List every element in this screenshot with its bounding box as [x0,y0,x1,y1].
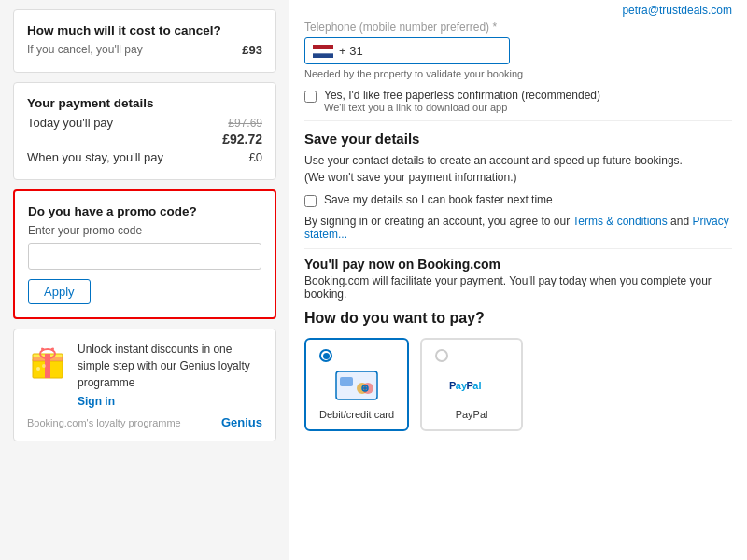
card-radio-inner [323,353,330,359]
paperless-sub: We'll text you a link to download our ap… [324,102,600,113]
today-pay-label: Today you'll pay [27,116,113,130]
payment-details-title: Your payment details [27,96,262,110]
stay-pay-label: When you stay, you'll pay [27,150,163,164]
telephone-note: Needed by the property to validate your … [304,68,732,79]
payment-option-card[interactable]: Debit/credit card [304,338,409,431]
save-details-title: Save your details [304,131,732,147]
pay-now-description: Booking.com will facilitate your payment… [304,274,732,301]
today-discounted-row: £92.72 [27,132,262,147]
terms-link[interactable]: Terms & conditions [572,215,667,228]
save-details-label: Save my details so I can book faster nex… [324,193,553,206]
promo-input-label: Enter your promo code [28,224,261,237]
genius-label: Genius [221,415,262,429]
telephone-value: + 31 [339,44,363,58]
user-email: petra@trustdeals.com [304,4,732,21]
apply-button[interactable]: Apply [28,279,91,304]
paypal-radio [435,349,448,362]
paperless-label: Yes, I'd like free paperless confirmatio… [324,89,600,102]
terms-prefix: By signing in or creating an account, yo… [304,215,570,228]
divider-1 [304,120,732,121]
signin-footer: Booking.com's loyalty programme Genius [27,415,262,429]
paypal-svg: P ay P al [449,376,494,395]
promo-title: Do you have a promo code? [28,204,261,218]
svg-text:al: al [472,380,481,391]
svg-point-5 [36,367,40,371]
how-pay-title: How do you want to pay? [304,310,732,327]
payment-option-paypal[interactable]: P ay P al PayPal [420,338,523,431]
card-option-label: Debit/credit card [319,409,394,420]
save-details-row: Save my details so I can book faster nex… [304,193,732,207]
gift-icon [27,341,68,382]
flag-nl-icon [313,45,333,58]
payment-options: Debit/credit card P ay P al PayPal [304,338,732,431]
save-details-description: Use your contact details to create an ac… [304,152,732,186]
cancel-cost-card: How much will it cost to cancel? If you … [13,9,276,73]
save-details-checkbox[interactable] [304,195,317,207]
promo-code-card: Do you have a promo code? Enter your pro… [13,189,276,319]
right-column: petra@trustdeals.com Telephone (mobile n… [289,0,747,560]
telephone-label: Telephone (mobile number preferred) * [304,21,732,34]
paypal-option-label: PayPal [456,409,488,420]
card-radio [319,349,332,362]
divider-2 [304,248,732,249]
card-icon [334,370,379,401]
paperless-checkbox[interactable] [304,91,317,103]
terms-line: By signing in or creating an account, yo… [304,215,732,241]
promo-input[interactable] [28,243,261,270]
signin-link[interactable]: Sign in [78,395,262,408]
svg-point-6 [42,364,46,368]
cancel-cost-row: If you cancel, you'll pay £93 [27,43,262,57]
stay-pay-row: When you stay, you'll pay £0 [27,150,262,164]
today-pay-row: Today you'll pay £97.69 [27,116,262,130]
signin-description: Unlock instant discounts in one simple s… [78,341,262,391]
svg-rect-9 [313,53,333,58]
svg-rect-7 [313,45,333,49]
debit-card-svg [334,370,379,401]
paypal-icon: P ay P al [449,370,494,401]
pay-now-title: You'll pay now on Booking.com [304,257,732,272]
left-column: How much will it cost to cancel? If you … [0,0,289,560]
page-layout: How much will it cost to cancel? If you … [0,0,747,560]
terms-and: and [670,215,692,228]
cancel-amount: £93 [242,43,262,57]
svg-rect-11 [340,377,353,386]
paperless-row: Yes, I'd like free paperless confirmatio… [304,89,732,113]
svg-rect-8 [313,49,333,53]
loyalty-programme-text: Booking.com's loyalty programme [27,417,181,428]
today-original-price: £97.69 [228,117,262,130]
signin-card: Unlock instant discounts in one simple s… [13,329,276,441]
today-discounted-price: £92.72 [222,132,262,147]
cancel-description: If you cancel, you'll pay [27,43,143,57]
signin-inner: Unlock instant discounts in one simple s… [27,341,262,408]
cancel-cost-title: How much will it cost to cancel? [27,23,262,37]
telephone-input-row[interactable]: + 31 [304,37,510,64]
payment-details-card: Your payment details Today you'll pay £9… [13,82,276,180]
signin-text-block: Unlock instant discounts in one simple s… [78,341,262,408]
stay-pay-amount: £0 [249,150,262,164]
